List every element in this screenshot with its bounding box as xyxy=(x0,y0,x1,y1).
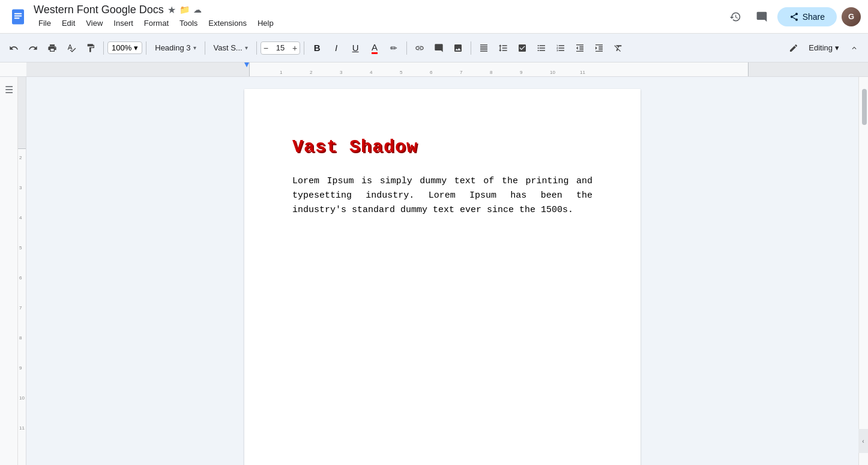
ruler: 1 2 3 4 5 6 7 8 9 10 11 xyxy=(0,62,868,77)
style-dropdown[interactable]: Heading 3 ▾ xyxy=(150,41,200,55)
menu-view[interactable]: View xyxy=(81,16,107,30)
editing-arrow: ▾ xyxy=(835,43,839,52)
text-color-button[interactable]: A xyxy=(366,39,384,57)
svg-rect-1 xyxy=(14,13,22,14)
document-heading[interactable]: Vast Shadow xyxy=(292,137,592,157)
clear-format-button[interactable] xyxy=(609,39,627,57)
highlight-icon: ✏ xyxy=(390,43,397,53)
redo-button[interactable] xyxy=(24,39,42,57)
menu-edit[interactable]: Edit xyxy=(57,16,80,30)
editing-label: Editing xyxy=(809,43,833,52)
menu-help[interactable]: Help xyxy=(253,16,279,30)
expand-sidebar-button[interactable]: ‹ xyxy=(858,429,868,453)
highlight-button[interactable]: ✏ xyxy=(385,39,403,57)
menu-bar: File Edit View Insert Format Tools Exten… xyxy=(34,16,720,30)
doc-icon xyxy=(7,6,29,28)
svg-rect-2 xyxy=(14,15,22,16)
style-label: Heading 3 xyxy=(155,43,190,52)
menu-format[interactable]: Format xyxy=(139,16,173,30)
align-button[interactable] xyxy=(475,39,493,57)
font-label: Vast S... xyxy=(214,43,243,52)
svg-point-5 xyxy=(791,16,793,18)
edit-pencil-button[interactable] xyxy=(785,39,803,57)
separator-1 xyxy=(103,41,104,55)
separator-7 xyxy=(471,41,471,55)
font-size-value[interactable]: 15 xyxy=(271,43,290,52)
title-area: Western Font Google Docs ★ 📁 ☁ File Edit… xyxy=(34,4,720,30)
titlebar: Western Font Google Docs ★ 📁 ☁ File Edit… xyxy=(0,0,868,34)
style-arrow: ▾ xyxy=(193,44,196,51)
main-area: ☰ 2 3 4 5 6 7 8 9 10 11 Vast Shadow Lore… xyxy=(0,77,868,465)
title-icons: Share G xyxy=(725,6,861,28)
svg-rect-0 xyxy=(12,9,24,24)
document-body[interactable]: Lorem Ipsum is simply dummy text of the … xyxy=(292,174,592,217)
scrollbar-thumb[interactable] xyxy=(862,89,867,125)
separator-6 xyxy=(406,41,407,55)
ordered-list-button[interactable] xyxy=(552,39,570,57)
svg-point-6 xyxy=(795,18,798,20)
font-dropdown[interactable]: Vast S... ▾ xyxy=(209,41,253,55)
share-button[interactable]: Share xyxy=(777,7,837,26)
link-button[interactable] xyxy=(411,39,429,57)
zoom-dropdown[interactable]: 100% ▾ xyxy=(107,41,142,54)
editing-dropdown[interactable]: Editing ▾ xyxy=(804,41,844,55)
vertical-ruler: 2 3 4 5 6 7 8 9 10 11 xyxy=(18,77,26,465)
outline-icon[interactable]: ☰ xyxy=(5,84,13,96)
underline-button[interactable]: U xyxy=(346,39,364,57)
font-arrow: ▾ xyxy=(245,44,248,51)
spellcheck-button[interactable] xyxy=(62,39,80,57)
right-scrollbar[interactable]: ‹ xyxy=(858,77,868,465)
folder-icon[interactable]: 📁 xyxy=(179,5,190,14)
cloud-icon: ☁ xyxy=(193,5,202,14)
history-button[interactable] xyxy=(725,6,746,28)
indent-decrease-button[interactable] xyxy=(571,39,589,57)
zoom-arrow: ▾ xyxy=(134,43,138,52)
print-button[interactable] xyxy=(43,39,61,57)
font-size-decrease[interactable]: − xyxy=(261,42,271,54)
separator-2 xyxy=(146,41,146,55)
italic-icon: I xyxy=(335,43,337,53)
page: Vast Shadow Lorem Ipsum is simply dummy … xyxy=(244,89,640,465)
svg-point-4 xyxy=(795,13,798,15)
comments-button[interactable] xyxy=(751,6,773,28)
bullet-list-button[interactable] xyxy=(532,39,550,57)
star-icon[interactable]: ★ xyxy=(167,4,176,16)
separator-4 xyxy=(256,41,257,55)
left-panel: ☰ xyxy=(0,77,18,465)
undo-button[interactable] xyxy=(5,39,23,57)
underline-icon: U xyxy=(352,43,359,53)
font-size-increase[interactable]: + xyxy=(290,42,300,54)
italic-button[interactable]: I xyxy=(327,39,345,57)
image-button[interactable] xyxy=(449,39,467,57)
paint-format-button[interactable] xyxy=(82,39,100,57)
doc-title[interactable]: Western Font Google Docs xyxy=(34,4,164,16)
menu-extensions[interactable]: Extensions xyxy=(203,16,252,30)
indent-increase-button[interactable] xyxy=(590,39,608,57)
separator-5 xyxy=(304,41,304,55)
expand-button[interactable] xyxy=(845,39,863,57)
bold-icon: B xyxy=(314,43,321,53)
toolbar: 100% ▾ Heading 3 ▾ Vast S... ▾ − 15 + B … xyxy=(0,34,868,62)
line-spacing-button[interactable] xyxy=(494,39,512,57)
separator-3 xyxy=(205,41,205,55)
text-color-icon: A xyxy=(372,42,378,54)
svg-rect-3 xyxy=(14,17,20,19)
comment-insert-button[interactable] xyxy=(430,39,448,57)
checklist-button[interactable] xyxy=(513,39,531,57)
doc-area[interactable]: Vast Shadow Lorem Ipsum is simply dummy … xyxy=(26,77,858,465)
menu-tools[interactable]: Tools xyxy=(175,16,202,30)
zoom-value: 100% xyxy=(112,43,131,52)
font-size-control: − 15 + xyxy=(261,41,300,55)
bold-button[interactable]: B xyxy=(308,39,326,57)
menu-file[interactable]: File xyxy=(34,16,56,30)
avatar[interactable]: G xyxy=(842,7,861,26)
menu-insert[interactable]: Insert xyxy=(109,16,138,30)
share-label: Share xyxy=(803,12,825,22)
